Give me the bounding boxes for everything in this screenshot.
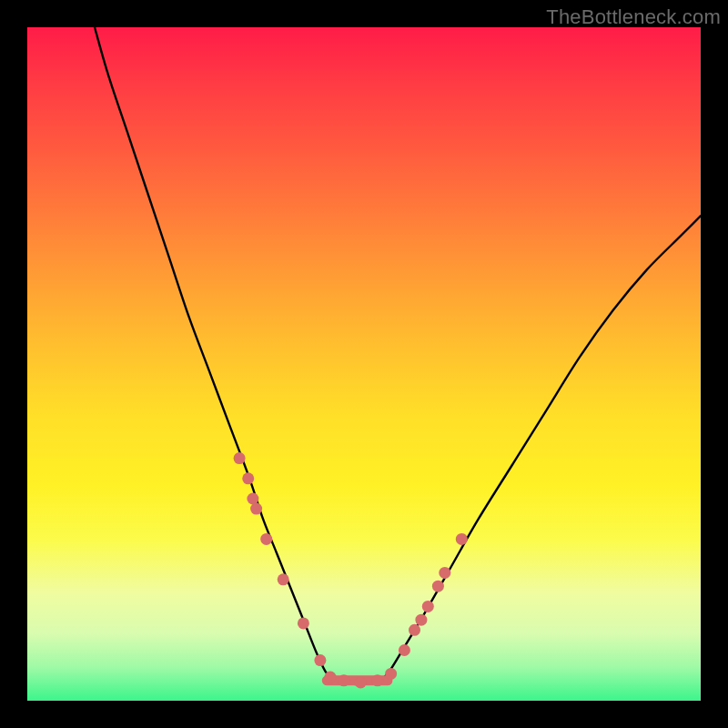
- data-marker: [278, 573, 289, 585]
- data-marker: [250, 503, 262, 515]
- data-marker: [385, 668, 397, 680]
- bottleneck-curve: [95, 27, 701, 684]
- data-marker: [314, 654, 326, 666]
- chart-svg: [27, 27, 701, 701]
- watermark-text: TheBottleneck.com: [546, 5, 721, 28]
- data-marker: [432, 581, 444, 592]
- data-marker: [422, 601, 434, 612]
- data-marker: [338, 674, 349, 686]
- data-marker: [260, 533, 272, 545]
- data-marker: [439, 567, 450, 579]
- watermark-label: TheBottleneck.com: [546, 5, 721, 29]
- data-marker: [247, 493, 258, 505]
- data-marker: [242, 472, 254, 484]
- data-marker: [234, 452, 246, 464]
- data-marker: [399, 644, 410, 656]
- data-marker: [325, 672, 337, 683]
- data-marker: [415, 614, 427, 626]
- data-marker: [371, 674, 383, 686]
- data-marker: [298, 617, 309, 629]
- chart-container: TheBottleneck.com: [0, 0, 728, 728]
- data-marker: [355, 677, 367, 689]
- data-marker: [409, 624, 420, 636]
- plot-area: [27, 27, 701, 701]
- data-marker: [456, 533, 468, 545]
